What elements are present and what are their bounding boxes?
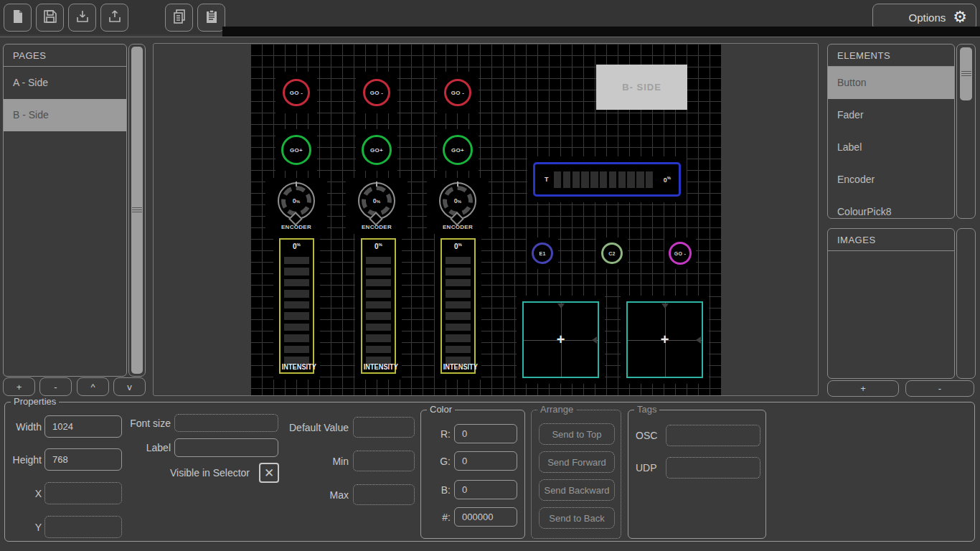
- export-button[interactable]: [100, 4, 128, 32]
- copy-button[interactable]: [165, 4, 193, 32]
- go-plus-button-1[interactable]: GO+: [275, 129, 317, 171]
- element-item-colourpick8[interactable]: ColourPick8: [828, 196, 954, 219]
- go-plus-ring: GO+: [281, 135, 311, 165]
- fader-label: INTENSITY: [364, 363, 393, 371]
- c2-button[interactable]: C2: [596, 237, 628, 269]
- font-size-input[interactable]: [174, 414, 278, 432]
- meter-widget[interactable]: T 0%: [527, 156, 687, 202]
- go-minus-ring: GO -: [283, 79, 310, 106]
- color-b-input[interactable]: [454, 480, 517, 499]
- new-file-button[interactable]: [4, 4, 32, 32]
- go-minus-magenta-button[interactable]: GO -: [664, 237, 696, 269]
- image-add-button[interactable]: +: [827, 380, 899, 397]
- fader-segments: [366, 257, 391, 366]
- meter-left-label: T: [545, 176, 549, 183]
- top-divider-strip: [222, 27, 980, 37]
- min-input[interactable]: [353, 451, 415, 471]
- page-item-a-side[interactable]: A - Side: [4, 67, 126, 99]
- color-hex-input[interactable]: [454, 507, 517, 527]
- color-legend: Color: [427, 404, 455, 415]
- layout-editor-window: Options ⚙ PAGES A - Side B - Side + - ^ …: [0, 0, 980, 551]
- go-minus-button-3[interactable]: GO -: [437, 72, 479, 113]
- color-r-input[interactable]: [454, 424, 517, 443]
- max-label: Max: [286, 489, 349, 501]
- paste-button[interactable]: [197, 4, 225, 32]
- xy-pad-2[interactable]: +: [621, 296, 709, 384]
- element-item-fader[interactable]: Fader: [828, 99, 954, 131]
- encoder-widget-3[interactable]: 0% ENCODER: [427, 178, 489, 234]
- fader-unit: %: [297, 242, 301, 247]
- osc-input[interactable]: [666, 425, 760, 446]
- gear-icon: ⚙: [953, 9, 967, 25]
- images-panel-title: IMAGES: [828, 229, 954, 251]
- page-move-up-button[interactable]: ^: [77, 377, 109, 396]
- xy-pad-1[interactable]: +: [517, 296, 605, 384]
- pages-scrollbar-thumb[interactable]: [131, 47, 143, 374]
- encoder-label: ENCODER: [362, 224, 392, 230]
- xy-right-arrow-icon: [592, 336, 597, 344]
- encoder-widget-2[interactable]: 0% ENCODER: [346, 178, 407, 234]
- elements-scrollbar-thumb[interactable]: [960, 47, 972, 100]
- element-item-button[interactable]: Button: [828, 67, 954, 99]
- fader-body: 0% INTENSITY: [440, 238, 476, 374]
- encoder-unit: %: [296, 199, 300, 204]
- xy-right-arrow-icon: [696, 336, 701, 344]
- elements-scrollbar-track: [956, 44, 976, 219]
- paste-icon: [203, 8, 220, 28]
- default-value-label: Default Value: [286, 422, 349, 433]
- copy-icon: [171, 8, 188, 28]
- xy-top-arrow-icon: [557, 303, 565, 309]
- encoder-knob: 0%: [278, 182, 315, 220]
- go-plus-button-3[interactable]: GO+: [437, 129, 479, 171]
- element-item-label[interactable]: Label: [828, 131, 954, 164]
- visible-in-selector-checkbox[interactable]: ✕: [259, 463, 279, 483]
- fader-segments: [446, 257, 471, 366]
- page-title-label[interactable]: B- SIDE: [596, 65, 687, 110]
- fader-widget-2[interactable]: 0% INTENSITY: [355, 232, 402, 380]
- page-add-button[interactable]: +: [3, 377, 35, 396]
- udp-input[interactable]: [666, 457, 760, 479]
- encoder-widget-1[interactable]: 0% ENCODER: [265, 178, 327, 234]
- e1-ring: E1: [532, 242, 553, 264]
- encoder-pointer-icon: [457, 182, 458, 187]
- save-button[interactable]: [36, 4, 64, 32]
- color-hex-label: #:: [429, 512, 451, 523]
- image-remove-button[interactable]: -: [905, 380, 974, 397]
- xy-pad-body: +: [626, 301, 703, 378]
- send-to-back-button[interactable]: Send to Back: [539, 507, 615, 529]
- width-input[interactable]: [44, 415, 122, 438]
- go-minus-magenta-ring: GO -: [669, 242, 692, 265]
- go-minus-button-1[interactable]: GO -: [275, 72, 317, 113]
- send-backward-button[interactable]: Send Backward: [539, 479, 615, 501]
- c2-ring: C2: [601, 242, 623, 264]
- meter-body: T 0%: [533, 162, 681, 197]
- default-value-input[interactable]: [353, 417, 415, 438]
- color-g-input[interactable]: [454, 451, 517, 471]
- element-item-encoder[interactable]: Encoder: [828, 164, 954, 196]
- c2-label: C2: [608, 251, 616, 256]
- go-minus-button-2[interactable]: GO -: [356, 72, 397, 113]
- send-forward-button[interactable]: Send Forward: [539, 451, 615, 473]
- e1-button[interactable]: E1: [527, 237, 558, 269]
- y-input[interactable]: [44, 516, 122, 538]
- go-plus-label: GO+: [451, 147, 464, 154]
- height-label: Height: [6, 454, 42, 466]
- encoder-unit: %: [377, 199, 380, 204]
- send-to-top-button[interactable]: Send to Top: [539, 423, 615, 445]
- page-move-down-button[interactable]: v: [113, 377, 146, 396]
- properties-legend: Properties: [11, 396, 59, 407]
- page-item-b-side[interactable]: B - Side: [4, 99, 126, 131]
- fader-label: INTENSITY: [443, 363, 473, 371]
- x-input[interactable]: [44, 482, 122, 504]
- go-plus-button-2[interactable]: GO+: [356, 129, 397, 171]
- page-remove-button[interactable]: -: [39, 377, 72, 396]
- max-input[interactable]: [353, 484, 415, 505]
- xy-pad-body: +: [522, 301, 599, 378]
- fader-widget-1[interactable]: 0% INTENSITY: [273, 232, 320, 380]
- layout-canvas[interactable]: GO - GO - GO - GO+ GO+ GO+ 0% ENCODER: [250, 44, 722, 395]
- label-input[interactable]: [174, 438, 278, 457]
- height-input[interactable]: [44, 448, 122, 471]
- fader-widget-3[interactable]: 0% INTENSITY: [435, 232, 481, 380]
- go-minus-magenta-label: GO -: [674, 251, 686, 256]
- import-button[interactable]: [68, 4, 96, 32]
